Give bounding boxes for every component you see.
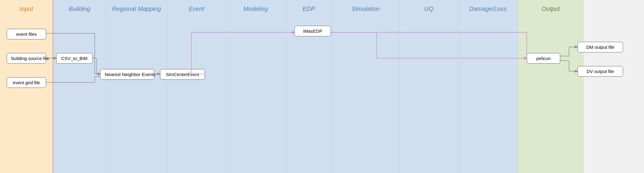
nearest-neighbor-node[interactable]: Nearest Neighbor Events (100, 69, 154, 80)
building-source-node[interactable]: building source file (7, 53, 46, 64)
column-regional: Regional Mapping (106, 0, 167, 173)
imasedp-node[interactable]: IMasEDP (295, 26, 331, 36)
column-output-header: Output (518, 0, 584, 15)
column-damageloss-header: Damage/Loss (458, 0, 517, 15)
event-grid-node[interactable]: event grid file (7, 77, 46, 88)
column-regional-header: Regional Mapping (106, 0, 167, 15)
column-event-header: Event (167, 0, 226, 15)
column-damageloss: Damage/Loss (458, 0, 518, 173)
column-edp-header: EDP (285, 0, 332, 15)
column-building-header: Building (53, 0, 106, 15)
column-uq-header: UQ (399, 0, 458, 15)
column-simulation: Simulation (332, 0, 399, 173)
column-event: Event (167, 0, 226, 173)
column-modeling: Modeling (226, 0, 285, 173)
column-uq: UQ (399, 0, 458, 173)
column-building: Building (53, 0, 106, 173)
csv-to-bim-node[interactable]: CSV_to_BIM (56, 53, 93, 64)
column-simulation-header: Simulation (332, 0, 399, 15)
column-modeling-header: Modeling (226, 0, 285, 15)
workflow-container: Input Building Regional Mapping Event Mo… (0, 0, 644, 173)
pelicun-node[interactable]: pelicun (527, 53, 560, 64)
event-files-node[interactable]: event files (7, 29, 46, 39)
column-input-header: Input (0, 0, 53, 15)
column-output: Output (518, 0, 584, 173)
simcenter-event-node[interactable]: SimCenterEvent (160, 69, 205, 80)
dm-output-node[interactable]: DM output file (578, 42, 623, 52)
dv-output-node[interactable]: DV output file (578, 66, 623, 77)
